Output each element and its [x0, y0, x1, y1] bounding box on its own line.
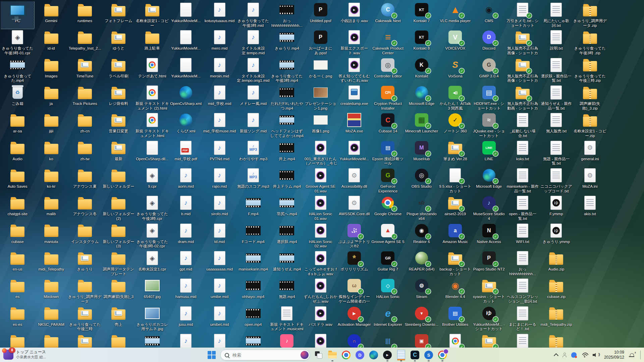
widgets-button[interactable]: 8 トップ ニュース 小泉農水大臣 総... — [3, 350, 46, 360]
desktop-icon[interactable]: GRGuitar Rig 7 — [371, 250, 405, 277]
desktop-icon[interactable]: きゅうり食ってた午後3時-01.cpr — [1, 29, 34, 56]
desktop-icon[interactable]: YukkuriMovieM... — [169, 1, 203, 29]
desktop-icon[interactable]: Fコード.mp4 — [236, 222, 270, 250]
desktop-icon[interactable]: きゅうり食ってた午後三時.zip — [573, 57, 607, 84]
desktop-icon[interactable]: インスタグラム — [68, 222, 102, 250]
file-explorer-button[interactable] — [327, 350, 337, 360]
desktop-icon[interactable]: タイトル未設定.tempo.orig1.mid — [236, 57, 270, 84]
desktop-icon[interactable]: Microsoft Edge — [472, 167, 506, 194]
desktop-icon[interactable]: ko — [35, 139, 68, 167]
desktop-icon[interactable]: きゅうり食ってた午後3時 .zip — [573, 29, 607, 56]
desktop-icon[interactable] — [438, 333, 472, 348]
desktop-icon[interactable]: メドレー風.mid — [236, 84, 270, 112]
search-input[interactable] — [232, 352, 298, 358]
desktop-icon[interactable]: mid_学校.pdf — [169, 139, 203, 167]
desktop-icon[interactable]: sfzPlogue sforzando x64 — [405, 194, 438, 222]
desktop-icon[interactable]: Auto Saves — [1, 167, 34, 194]
desktop-icon[interactable]: だれだFXいれたやつ.mp4 — [270, 84, 304, 112]
desktop-icon[interactable]: ◉CMS — [472, 1, 506, 29]
desktop-icon[interactable]: くらび.xml — [169, 112, 203, 139]
desktop-icon[interactable]: まにまにわーるど！.txt — [506, 305, 539, 333]
desktop-icon[interactable]: 無人販売不正行為画像 - ショートカット — [506, 57, 539, 84]
chrome-button[interactable] — [341, 350, 351, 360]
desktop-icon[interactable]: b.mid — [169, 194, 203, 222]
desktop-icon[interactable]: PVTNd.mid — [203, 139, 236, 167]
desktop-icon[interactable]: 新規ソング.mid — [236, 112, 270, 139]
desktop-icon[interactable]: おっhhhhhhhhhhh... — [506, 250, 539, 277]
desktop-icon[interactable]: MMuseHub — [405, 139, 438, 167]
desktop-icon[interactable]: 調声用データテンプレート — [102, 250, 135, 277]
task-view-button[interactable] — [314, 350, 324, 360]
desktop-icon[interactable]: ♪MuseScore Studio 4 — [472, 194, 506, 222]
desktop-icon[interactable]: HALion Sonic 02.wav — [304, 222, 337, 250]
desktop-icon[interactable]: ヘルスコンプレッション__歌詞.txt — [506, 277, 539, 305]
desktop-icon[interactable]: F.mp4 — [236, 194, 270, 222]
desktop-icon[interactable]: ▣ — [405, 333, 438, 348]
desktop-icon[interactable] — [1, 333, 34, 348]
desktop-icon[interactable]: 新規 テキスト ドキュメント (2).html — [136, 84, 169, 112]
desktop-icon[interactable]: KKontakt — [405, 57, 438, 84]
desktop-icon[interactable]: Images — [35, 57, 68, 84]
desktop-icon[interactable]: パスドラ.wav — [304, 305, 337, 333]
desktop-icon[interactable]: en-us — [1, 250, 34, 277]
desktop-icon[interactable]: 名称未設定1 - コピー — [136, 1, 169, 29]
discord-button[interactable]: D — [355, 350, 365, 360]
desktop-icon[interactable]: ぷぷよぷよ™テトリス®2 — [337, 222, 371, 250]
desktop-icon[interactable]: MoZA.exe — [337, 112, 371, 139]
desktop-icon[interactable]: MoZA.ini — [573, 167, 607, 194]
desktop-icon[interactable]: Gemini — [35, 1, 68, 29]
desktop-icon[interactable]: cubase — [1, 222, 34, 250]
desktop-icon[interactable]: aAmazon Music — [438, 222, 472, 250]
desktop-icon[interactable]: Google Chrome — [371, 194, 405, 222]
desktop-icon[interactable]: 選択肢 - 親作品一覧.txt — [539, 57, 573, 84]
desktop-icon[interactable]: 画像1.png — [304, 112, 337, 139]
desktop-icon[interactable]: F.ymmp — [539, 194, 573, 222]
tray-overflow-chevron-icon[interactable] — [554, 353, 558, 358]
desktop-icon[interactable]: Telepathy_Inst_2... — [68, 29, 102, 56]
desktop-icon[interactable]: general.ini — [573, 139, 607, 167]
desktop-icon[interactable]: ニコニコバックアップコード.txt — [539, 167, 573, 194]
desktop-icon[interactable]: airset2-2019 — [438, 194, 472, 222]
desktop-icon[interactable]: akis.txt — [573, 194, 607, 222]
desktop-icon[interactable]: kotusytuaaus.mid — [203, 1, 236, 29]
desktop-icon[interactable]: maniuta — [35, 222, 68, 250]
desktop-icon[interactable]: jijii — [35, 112, 68, 139]
desktop-icon[interactable]: es — [1, 277, 34, 305]
desktop-icon[interactable]: GGeForce Experience — [371, 167, 405, 194]
desktop-icon[interactable]: アナウンス夏 — [68, 167, 102, 194]
search-box[interactable] — [220, 350, 310, 360]
desktop-icon[interactable]: HALion Sonic 01.wav — [304, 194, 337, 222]
desktop-icon[interactable]: きゅうり — [68, 250, 102, 277]
desktop-icon[interactable]: zh-tw — [68, 139, 102, 167]
desktop-icon[interactable]: ▲VLC media player — [438, 1, 472, 29]
desktop-icon[interactable]: 通知うぜえ.mp4 — [270, 250, 304, 277]
desktop-icon[interactable]: ∩ — [337, 333, 371, 348]
desktop-icon[interactable]: YukkuriMovieM... — [169, 57, 203, 84]
desktop-icon[interactable]: CCubase 14 — [371, 112, 405, 139]
start-button[interactable] — [207, 350, 217, 360]
desktop-icon[interactable]: mero.mid — [203, 29, 236, 56]
desktop-icon[interactable]: ◎OBS Studio — [405, 167, 438, 194]
desktop-icon[interactable]: CCakewalk Next — [371, 1, 405, 29]
desktop-icon[interactable]: ω孤独なインディーゲーム開発者の一生 ... — [337, 277, 371, 305]
desktop-icon[interactable]: おっhhhhhhhhhhhhh... — [270, 1, 304, 29]
desktop-icon[interactable]: フォトフレーム — [102, 1, 135, 29]
desktop-icon[interactable]: 新しいフォルダー — [102, 167, 135, 194]
desktop-icon[interactable]: 新規 テキスト ドキュメント.musicxml — [270, 305, 304, 333]
desktop-icon[interactable]: ar-sa — [1, 112, 34, 139]
desktop-icon[interactable]: jusu.mid — [169, 305, 203, 333]
blue-app-button[interactable]: S — [424, 350, 434, 360]
desktop-icon[interactable]: 名称未設定1.cpr — [136, 250, 169, 277]
desktop-icon[interactable]: Audio.zip — [539, 250, 573, 277]
desktop-icon[interactable] — [102, 333, 135, 348]
desktop-icon[interactable]: zh-cn — [68, 112, 102, 139]
desktop-icon[interactable]: rajio.mid — [203, 167, 236, 194]
desktop-icon[interactable]: ≡Cakewalk Product Center — [371, 29, 405, 56]
desktop-icon[interactable]: ksks.txt — [506, 139, 539, 167]
desktop-icon[interactable]: uaaaaaaaa.mid — [203, 250, 236, 277]
media-player-button[interactable]: ▶ — [382, 350, 392, 360]
desktop-icon[interactable]: ヘッドフォンはずしててよかっt.mp4 — [270, 112, 304, 139]
desktop-icon[interactable]: midi_Telepathy.zip — [539, 305, 573, 333]
desktop-icon[interactable]: きゅうり食ってた午後3時-02.cpr — [136, 222, 169, 250]
volume-icon[interactable]: )) — [593, 353, 599, 357]
